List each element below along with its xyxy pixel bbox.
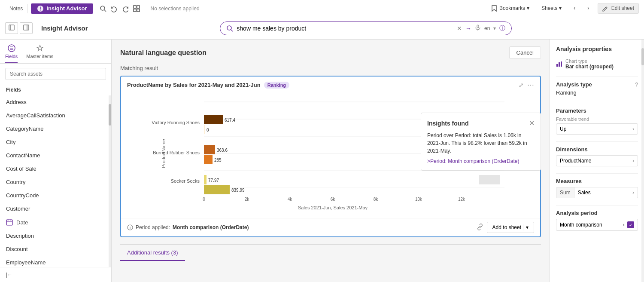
edit-sheet-button[interactable]: Edit sheet — [598, 3, 639, 13]
sidebar-search-input[interactable] — [5, 68, 106, 80]
svg-line-12 — [231, 30, 233, 31]
search-mic-button[interactable] — [475, 25, 481, 32]
master-items-icon — [36, 44, 44, 52]
svg-rect-7 — [9, 25, 14, 30]
additional-results-button[interactable]: Additional results (3) — [120, 245, 185, 261]
divider-5 — [556, 205, 638, 205]
bar-burned-may — [204, 155, 213, 164]
analysis-period-selector[interactable]: Month comparison › — [556, 219, 638, 231]
bar-victory-jun — [204, 115, 223, 124]
sidebar-item-countrycode[interactable]: CountryCode — [0, 189, 111, 202]
sidebar-item-address[interactable]: Address — [0, 95, 111, 109]
sidebar-item-averagecallsatisfaction[interactable]: AverageCallSatisfaction — [0, 109, 111, 122]
divider-1 — [556, 77, 638, 77]
svg-text:0: 0 — [203, 197, 205, 202]
period-checkbox[interactable] — [627, 221, 634, 228]
bookmarks-chevron-icon: ▾ — [527, 5, 529, 11]
svg-text:Sales 2021-Jun, Sales 2021-May: Sales 2021-Jun, Sales 2021-May — [298, 205, 368, 210]
sidebar-item-costofsale[interactable]: Cost of Sale — [0, 162, 111, 175]
insights-link[interactable]: >Period: Month comparison (OrderDate) — [427, 158, 535, 164]
cancel-button[interactable]: Cancel — [509, 46, 541, 59]
measure-sum: Sum — [556, 187, 574, 198]
link-icon[interactable] — [477, 224, 483, 232]
search-input[interactable] — [237, 25, 453, 32]
analysis-scrollbar-thumb[interactable] — [641, 48, 644, 65]
svg-text:10k: 10k — [415, 197, 422, 202]
svg-rect-5 — [134, 9, 136, 12]
add-to-sheet-button[interactable]: Add to sheet ▾ — [487, 222, 534, 233]
redo-icon[interactable] — [122, 5, 129, 12]
svg-rect-19 — [6, 220, 12, 225]
analysis-type-heading: Analysis type — [556, 81, 592, 88]
zoom-icon[interactable] — [99, 5, 107, 12]
lang-chevron-icon[interactable]: ▾ — [493, 25, 496, 31]
sheets-button[interactable]: Sheets ▾ — [538, 3, 565, 13]
analysis-chart-type-section: Chart type Bar chart (grouped) — [556, 58, 638, 70]
expand-icon[interactable]: ⤢ — [519, 82, 524, 89]
secondbar: Insight Advisor ✕ → en ▾ ⓘ — [0, 17, 644, 40]
search-icon — [226, 25, 233, 32]
toggle-right-panel-button[interactable] — [20, 22, 33, 34]
prev-sheet-button[interactable]: ‹ — [570, 3, 579, 13]
insights-close-button[interactable]: ✕ — [529, 119, 535, 127]
svg-point-11 — [227, 26, 231, 30]
svg-point-52 — [130, 226, 131, 227]
toggle-left-panel-button[interactable] — [5, 22, 18, 34]
sidebar-item-contactname[interactable]: ContactName — [0, 149, 111, 162]
measure-chevron-icon: › — [629, 187, 638, 198]
more-options-icon[interactable]: ⋯ — [527, 81, 534, 89]
sidebar-item-discount[interactable]: Discount — [0, 242, 111, 256]
sidebar-item-categoryname[interactable]: CategoryName — [0, 122, 111, 135]
bar-socks-jun — [204, 175, 207, 184]
sidebar-tab-fields[interactable]: Fields — [5, 44, 18, 63]
toolbar-icons — [97, 5, 143, 12]
dimension-selector[interactable]: ProductName › — [556, 155, 638, 166]
analysis-type-info-icon[interactable]: ? — [635, 82, 638, 88]
svg-rect-3 — [134, 6, 136, 8]
period-value: Month comparison (OrderDate) — [173, 224, 249, 230]
svg-rect-6 — [137, 9, 140, 12]
sidebar-tab-master-items[interactable]: Master items — [26, 44, 53, 63]
sidebar-item-customer[interactable]: Customer — [0, 202, 111, 215]
svg-rect-41 — [479, 175, 500, 184]
svg-rect-4 — [137, 6, 140, 8]
search-clear-button[interactable]: ✕ — [457, 25, 462, 32]
search-submit-button[interactable]: → — [465, 25, 471, 32]
search-info-button[interactable]: ⓘ — [499, 25, 505, 32]
next-sheet-button[interactable]: › — [584, 3, 592, 13]
sidebar-item-description[interactable]: Description — [0, 229, 111, 242]
notes-button[interactable]: Notes — [5, 4, 27, 13]
topbar-right: Bookmarks ▾ Sheets ▾ ‹ › Edit sheet — [487, 3, 639, 13]
measure-row[interactable]: Sum Sales › — [556, 187, 638, 198]
insights-title: Insights found — [427, 120, 468, 127]
bookmarks-button[interactable]: Bookmarks ▾ — [487, 3, 533, 13]
undo-icon[interactable] — [110, 5, 118, 12]
bar-chart-icon — [556, 61, 563, 67]
divider-2 — [556, 103, 638, 103]
sidebar-item-date[interactable]: Date — [0, 215, 111, 229]
svg-text:839.99: 839.99 — [231, 188, 245, 193]
sidebar: Fields Master items Fields Address Avera… — [0, 40, 112, 282]
sidebar-item-city[interactable]: City — [0, 135, 111, 149]
favorable-trend-selector[interactable]: Up › — [556, 123, 638, 135]
nlq-title: Natural language question — [120, 49, 207, 57]
selections-bar: No selections applied — [146, 6, 484, 12]
insight-advisor-button[interactable]: Insight Advisor — [31, 3, 93, 14]
sidebar-item-country[interactable]: Country — [0, 175, 111, 189]
period-chevron-icon: › — [623, 222, 625, 228]
sidebar-scrollbar-thumb[interactable] — [109, 104, 111, 126]
dimensions-section: Dimensions ProductName › — [556, 146, 638, 166]
sidebar-item-employeename[interactable]: EmployeeName — [0, 256, 111, 267]
topbar: Notes Insight Advisor No selections appl… — [0, 0, 644, 17]
language-selector[interactable]: en — [484, 25, 490, 31]
collapse-sidebar-button[interactable]: |← — [0, 267, 111, 282]
add-sheet-dropdown-icon[interactable]: ▾ — [523, 224, 529, 230]
svg-text:Burned Rubber Shoes: Burned Rubber Shoes — [153, 150, 200, 155]
bar-victory-may — [204, 125, 204, 134]
svg-text:4k: 4k — [288, 197, 293, 202]
fields-tab-label: Fields — [5, 54, 18, 59]
bar-socks-may — [204, 185, 230, 194]
bookmark-icon — [491, 5, 498, 12]
analysis-panel: Analysis properties Chart type Bar chart… — [550, 40, 644, 282]
grid-icon[interactable] — [133, 5, 140, 12]
